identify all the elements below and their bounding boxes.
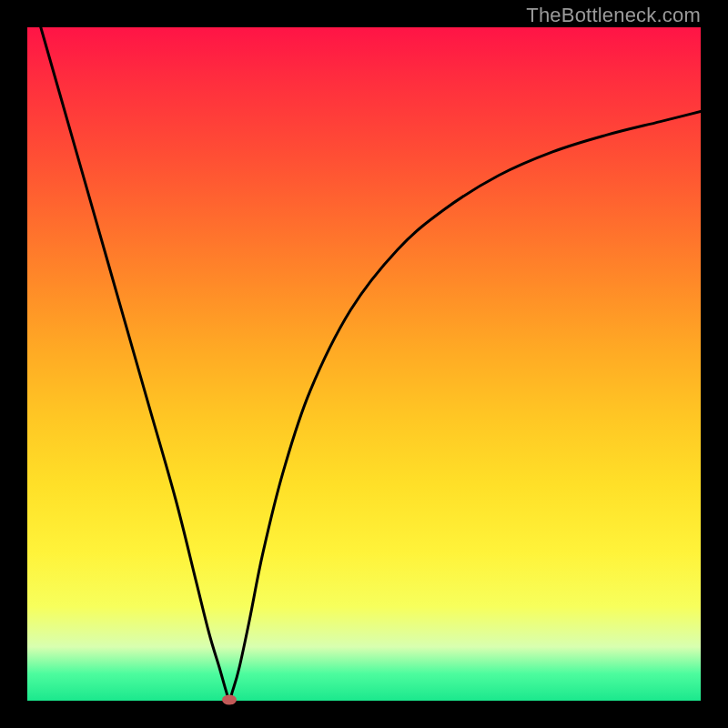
- plot-area: [27, 27, 701, 701]
- chart-frame: TheBottleneck.com: [0, 0, 728, 728]
- watermark-text: TheBottleneck.com: [526, 4, 701, 27]
- minimum-marker: [222, 694, 237, 704]
- bottleneck-curve: [41, 27, 701, 700]
- curve-svg: [27, 27, 701, 701]
